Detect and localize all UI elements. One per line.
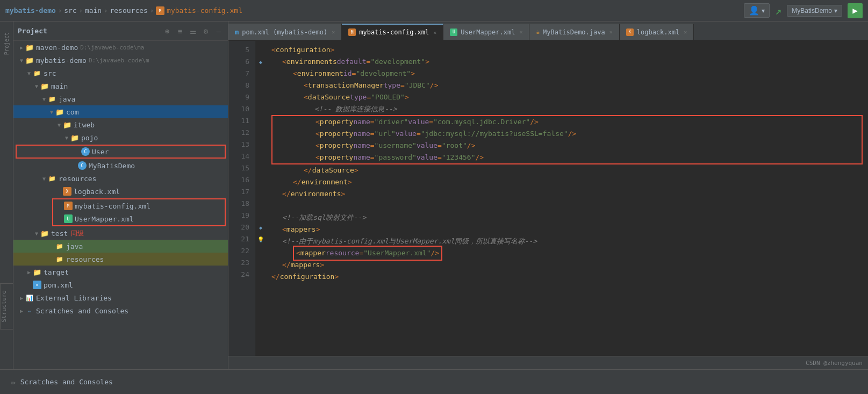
status-bar: CSDN @zhengyquan [228, 356, 868, 369]
code-line-23: </mappers> [271, 259, 863, 271]
tab-pom-close[interactable]: ✕ [332, 29, 335, 35]
tree-item-java[interactable]: ▼ 📁 java [13, 92, 228, 105]
chart-icon: 📊 [25, 293, 34, 302]
tree-label-com: com [66, 108, 78, 116]
tree-title: Project [18, 27, 159, 35]
tree-item-scratches[interactable]: ▶ ✏️ Scratches and Consoles [13, 304, 228, 317]
tab-usermapper-close[interactable]: ✕ [519, 29, 522, 35]
ln-13: 13 [228, 139, 255, 151]
project-tab[interactable]: Project [4, 32, 10, 55]
tab-pom-label: pom.xml (mybatis-demo) [242, 28, 327, 36]
tree-item-mybatisdemo[interactable]: C MyBatisDemo [13, 159, 228, 172]
breadcrumb-src[interactable]: src [64, 6, 76, 15]
test-java-icon: 📁 [55, 242, 64, 250]
tree-item-mybatis-config[interactable]: M mybatis-config.xml [53, 199, 225, 212]
tree-item-maven-demo[interactable]: ▶ 📁 maven-demo D:\javaweb-code\ma [13, 41, 228, 54]
tree-item-pojo[interactable]: ▼ 📁 pojo [13, 131, 228, 144]
tree-path-mybatis-demo: D:\javaweb-code\m [89, 57, 149, 64]
code-line-14: <property name="password" value="123456"… [272, 152, 862, 163]
profile-button[interactable]: 👤 ▾ [744, 3, 770, 18]
main-area: Project Project ⊕ ≡ ⚌ ⚙ — ▶ 📁 maven-demo… [0, 22, 868, 369]
structure-tab-label: Structure [1, 290, 8, 323]
tab-mybatisdemo[interactable]: ☕ MyBatisDemo.java ✕ [529, 24, 619, 40]
tree-item-target[interactable]: ▶ 📁 target [13, 266, 228, 278]
tab-logback-icon: X [626, 28, 634, 36]
ln-24: 24 [228, 269, 255, 281]
code-editor[interactable]: 5 6 7 8 9 10 11 12 13 14 15 16 17 18 19 … [228, 41, 868, 356]
tree-item-test-java[interactable]: 📁 java [13, 240, 228, 253]
scratches-icon: ✏️ [25, 306, 34, 315]
tree-item-test[interactable]: ▼ 📁 test 同级 [13, 227, 228, 240]
tree-item-com[interactable]: ▼ 📁 com [13, 105, 228, 118]
run-config-button[interactable]: MyBatisDemo ▾ [787, 5, 842, 17]
scratches-bar[interactable]: ✏️ Scratches and Consoles [0, 369, 868, 394]
tree-path-maven-demo: D:\javaweb-code\ma [80, 44, 144, 51]
folder-icon: 📁 [63, 120, 71, 129]
tree-item-pom[interactable]: m pom.xml [13, 278, 228, 291]
tab-mybatis-close[interactable]: ✕ [433, 30, 436, 35]
breadcrumb-resources[interactable]: resources [110, 6, 147, 15]
tree-settings-icon[interactable]: ⚙ [201, 26, 211, 36]
code-line-18 [271, 200, 863, 212]
breadcrumb-project[interactable]: mybatis-demo [5, 6, 56, 15]
tree-item-logback[interactable]: X logback.xml [13, 185, 228, 198]
structure-tab[interactable]: Structure [0, 283, 13, 329]
tree-item-src[interactable]: ▼ 📁 src [13, 67, 228, 80]
tree-label-java: java [59, 95, 75, 103]
code-line-12: <property name="url" value="jdbc:mysql:/… [272, 128, 862, 140]
tree-collapse-icon[interactable]: ≡ [175, 26, 185, 36]
tree-item-main[interactable]: ▼ 📁 main [13, 80, 228, 92]
code-line-22: <mapper resource="UserMapper.xml"/> [271, 247, 863, 259]
tree-label-itweb: itweb [74, 121, 95, 129]
profile-arrow: ▾ [762, 7, 765, 15]
ln-5: 5 [228, 44, 255, 56]
code-line-24: </configuration> [271, 271, 863, 283]
line-numbers: 5 6 7 8 9 10 11 12 13 14 15 16 17 18 19 … [228, 41, 255, 356]
run-button[interactable]: ▶ [848, 3, 863, 18]
tree-label-pom: pom.xml [44, 281, 73, 289]
target-folder-icon: 📁 [33, 268, 41, 276]
tab-usermapper[interactable]: U UserMapper.xml ✕ [443, 24, 529, 40]
tree-item-external-libs[interactable]: ▶ 📊 External Libraries [13, 291, 228, 304]
ln-9: 9 [228, 91, 255, 103]
ln-19: 19 [228, 210, 255, 221]
tree-arrow: ▼ [25, 70, 33, 76]
tree-arrow: ▼ [48, 109, 55, 115]
tab-pom[interactable]: m pom.xml (mybatis-demo) ✕ [228, 24, 342, 40]
tree-arrow: ▼ [33, 231, 40, 237]
tree-add-icon[interactable]: ⊕ [162, 26, 172, 36]
ln-6: 6 [228, 56, 255, 68]
tree-item-itweb[interactable]: ▼ 📁 itweb [13, 118, 228, 131]
breadcrumb-sep-1: › [58, 7, 62, 15]
tab-logback[interactable]: X logback.xml ✕ [620, 24, 694, 40]
gutter-8 [255, 80, 266, 91]
tab-mybatisdemo-close[interactable]: ✕ [609, 29, 613, 35]
code-content[interactable]: <configuration> <environments default="d… [266, 41, 868, 356]
tree-arrow: ▼ [33, 83, 40, 89]
tree-label-src: src [44, 69, 56, 77]
tab-logback-close[interactable]: ✕ [684, 29, 687, 35]
ln-15: 15 [228, 162, 255, 174]
tree-item-usermapper[interactable]: U UserMapper.xml [53, 212, 225, 225]
tree-arrow: ▶ [18, 45, 25, 51]
ln-16: 16 [228, 174, 255, 186]
tab-mybatis[interactable]: M mybatis-config.xml ✕ [342, 24, 443, 40]
tree-item-test-resources[interactable]: 📁 resources [13, 253, 228, 266]
tree-item-resources[interactable]: ▼ 📁 resources [13, 172, 228, 185]
tree-arrow: ▼ [63, 135, 70, 141]
green-arrow-icon[interactable]: ↗ [775, 4, 781, 17]
tree-label-main: main [51, 82, 68, 90]
breadcrumb-main[interactable]: main [85, 6, 102, 15]
tree-item-user[interactable]: C User [16, 145, 226, 159]
top-right-toolbar: 👤 ▾ ↗ MyBatisDemo ▾ ▶ [744, 3, 863, 18]
breadcrumb-file[interactable]: M mybatis-config.xml [156, 6, 242, 15]
tab-mybatis-icon: M [348, 28, 356, 36]
gutter-22 [255, 245, 266, 257]
tree-arrow: ▶ [25, 269, 33, 275]
java-folder-icon: 📁 [48, 95, 56, 103]
tree-label-maven-demo: maven-demo [36, 44, 78, 52]
tree-item-mybatis-demo[interactable]: ▼ 📁 mybatis-demo D:\javaweb-code\m [13, 54, 228, 67]
tree-expand-icon[interactable]: ⚌ [188, 26, 198, 36]
tree-minimize-icon[interactable]: — [214, 26, 224, 36]
class-icon: C [81, 147, 90, 156]
